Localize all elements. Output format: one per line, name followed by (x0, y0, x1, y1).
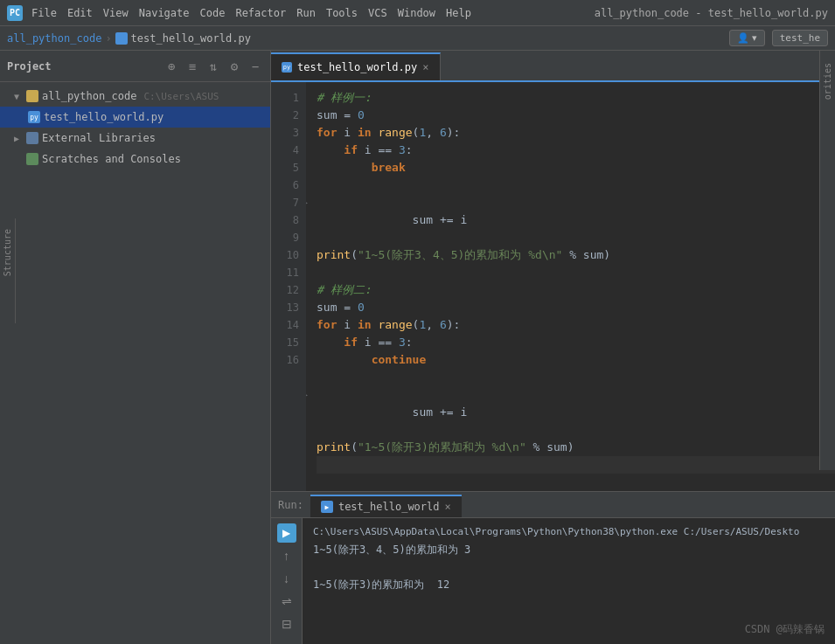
right-panel: orities (819, 51, 835, 470)
bottom-panel: Run: ▶ test_hello_world × ▶ ↑ ↓ ⇌ ⊟ (271, 491, 835, 644)
sidebar: Project ⊕ ≡ ⇅ ⚙ − ▼ all_python_code C:\U… (0, 51, 271, 644)
tab-label: test_hello_world.py (297, 61, 417, 73)
scratch-icon (26, 153, 38, 165)
menu-code[interactable]: Code (200, 7, 226, 19)
run-tab-label: test_hello_world (338, 501, 440, 513)
run-output-line1: 1~5(除开3、4、5)的累加和为 3 (313, 541, 831, 558)
code-line-15: print("1~5(除开3)的累加和为 %d\n" % sum) (317, 439, 835, 456)
tree-label-file: test_hello_world.py (44, 111, 164, 123)
title-bar-left: PC File Edit View Navigate Code Refactor… (7, 5, 471, 21)
tree-label-external-libs: External Libraries (42, 132, 156, 144)
main-area: Project ⊕ ≡ ⇅ ⚙ − ▼ all_python_code C:\U… (0, 51, 835, 644)
editor-tab-active[interactable]: py test_hello_world.py × (271, 52, 441, 80)
nav-bar-right: 👤 ▾ test_he (729, 30, 828, 46)
app-logo: PC (7, 5, 23, 21)
scroll-icon[interactable]: ⇅ (205, 59, 221, 74)
close-panel-icon[interactable]: − (247, 59, 263, 74)
run-tab-icon: ▶ (321, 501, 333, 513)
menu-help[interactable]: Help (446, 7, 471, 19)
expand-icon[interactable]: ≡ (184, 59, 200, 74)
menu-window[interactable]: Window (398, 7, 435, 19)
code-line-7: print("1~5(除开3、4、5)的累加和为 %d\n" % sum) (317, 246, 835, 264)
code-line-6: ▶ sum += i (317, 177, 835, 246)
run-tab-close[interactable]: × (445, 501, 451, 513)
code-line-2: sum = 0 (317, 107, 835, 124)
code-line-13: continue (317, 351, 835, 369)
code-line-12: if i == 3: (317, 334, 835, 351)
menu-file[interactable]: File (31, 7, 57, 19)
run-output-blank (313, 558, 831, 576)
tab-file-icon: py (282, 62, 292, 73)
folder-icon (26, 90, 38, 102)
sidebar-toolbar: Project ⊕ ≡ ⇅ ⚙ − (0, 51, 270, 82)
menu-view[interactable]: View (103, 7, 129, 19)
run-button[interactable]: ▶ (277, 523, 296, 543)
nav-bar: all_python_code › test_hello_world.py 👤 … (0, 26, 835, 51)
menu-tools[interactable]: Tools (326, 7, 358, 19)
menu-refactor[interactable]: Refactor (235, 7, 286, 19)
user-button[interactable]: 👤 ▾ (729, 30, 765, 46)
run-output-line2: 1~5(除开3)的累加和为 12 (313, 576, 831, 593)
tree-item-project[interactable]: ▼ all_python_code C:\Users\ASUS (0, 86, 270, 107)
menu-vcs[interactable]: VCS (368, 7, 387, 19)
breadcrumb-project[interactable]: all_python_code (7, 32, 101, 45)
scroll-up-button[interactable]: ↑ (277, 546, 296, 565)
left-structure-panel: Structure (0, 218, 16, 323)
nav-tab-preview: test_he (772, 30, 828, 46)
breadcrumb-file[interactable]: test_hello_world.py (131, 32, 251, 45)
menu-bar: File Edit View Navigate Code Refactor Ru… (31, 7, 471, 19)
sidebar-tree: ▼ all_python_code C:\Users\ASUS py test_… (0, 82, 270, 644)
code-editor[interactable]: 12345 678910 1112131415 16 # 样例一: sum = … (271, 82, 835, 491)
lib-icon (26, 132, 38, 144)
scroll-down-button[interactable]: ↓ (277, 569, 296, 588)
code-line-10: sum = 0 (317, 299, 835, 316)
code-line-16[interactable] (317, 456, 835, 474)
editor-run-area: py test_hello_world.py × 12345 678910 11… (271, 51, 835, 644)
breadcrumb: all_python_code › test_hello_world.py (7, 32, 251, 45)
tree-item-file[interactable]: py test_hello_world.py (0, 107, 270, 128)
tree-label-scratches: Scratches and Consoles (42, 153, 181, 165)
expand-arrow: ▼ (14, 92, 23, 101)
tree-label-project: all_python_code (42, 90, 136, 102)
file-icon (115, 32, 128, 45)
settings-icon[interactable]: ⚙ (226, 59, 242, 74)
run-command-line: C:\Users\ASUS\AppData\Local\Programs\Pyt… (313, 523, 831, 541)
line-numbers: 12345 678910 1112131415 16 (271, 82, 306, 491)
menu-navigate[interactable]: Navigate (139, 7, 190, 19)
run-toolbar: ▶ ↑ ↓ ⇌ ⊟ (271, 518, 303, 644)
sidebar-title: Project (7, 60, 52, 73)
bottom-tab-run[interactable]: ▶ test_hello_world × (310, 495, 462, 517)
title-bar: PC File Edit View Navigate Code Refactor… (0, 0, 835, 26)
code-content[interactable]: # 样例一: sum = 0 for i in range(1, 6): if … (306, 82, 835, 491)
code-line-14: ▶ sum += i (317, 369, 835, 439)
favorites-tab[interactable]: orities (821, 56, 834, 107)
menu-edit[interactable]: Edit (67, 7, 93, 19)
tab-close-icon[interactable]: × (422, 61, 428, 73)
py-file-icon: py (28, 111, 40, 123)
code-line-11: for i in range(1, 6): (317, 316, 835, 334)
code-line-3: for i in range(1, 6): (317, 124, 835, 142)
sidebar-icons: ⊕ ≡ ⇅ ⚙ − (164, 59, 263, 74)
tab-bar: py test_hello_world.py × (271, 51, 835, 82)
tree-item-external-libs[interactable]: ▶ External Libraries (0, 128, 270, 149)
filter-button[interactable]: ⊟ (277, 614, 296, 634)
code-line-1: # 样例一: (317, 89, 835, 107)
window-title: all_python_code - test_hello_world.py (595, 7, 828, 19)
run-label-static: Run: (271, 494, 310, 516)
expand-arrow-libs: ▶ (14, 134, 23, 143)
code-line-9: # 样例二: (317, 281, 835, 299)
code-line-4: if i == 3: (317, 142, 835, 159)
code-line-5: break (317, 159, 835, 177)
breadcrumb-arrow: › (105, 32, 111, 45)
menu-run[interactable]: Run (296, 7, 316, 19)
tree-item-scratches[interactable]: Scratches and Consoles (0, 149, 270, 170)
structure-tab[interactable]: Structure (1, 222, 14, 283)
tree-path-project: C:\Users\ASUS (143, 91, 219, 102)
watermark: CSDN @码辣香锅 (745, 622, 825, 637)
code-line-8 (317, 264, 835, 281)
wrap-button[interactable]: ⇌ (277, 592, 296, 611)
collapse-all-icon[interactable]: ⊕ (164, 59, 179, 74)
bottom-tabs: Run: ▶ test_hello_world × (271, 492, 835, 518)
